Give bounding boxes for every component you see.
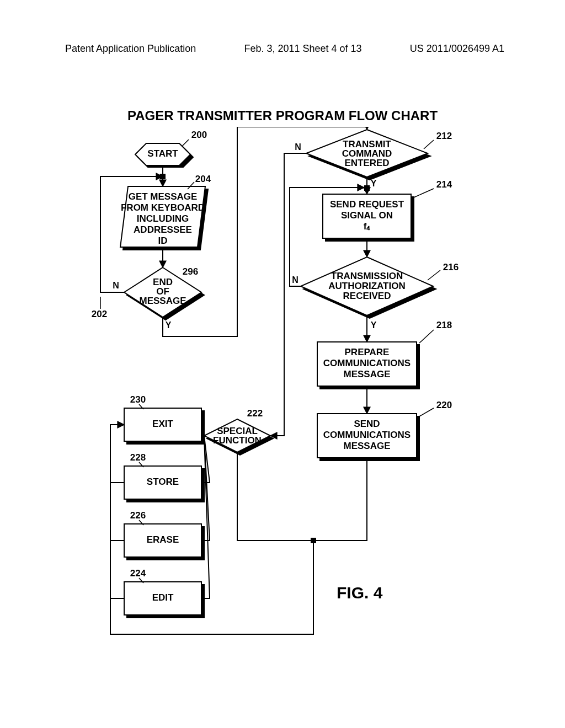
sendreq-l3: f₄ xyxy=(364,221,371,232)
header-right: US 2011/0026499 A1 xyxy=(410,43,504,55)
transmit-n: N xyxy=(295,142,301,152)
edit-ref: 224 xyxy=(130,568,146,579)
eom-ref2: 202 xyxy=(92,309,107,319)
svg-line-6 xyxy=(428,270,440,280)
auth-y: Y xyxy=(371,320,377,330)
get-message-l2: FROM KEYBOARD xyxy=(121,202,205,213)
send-l1: SEND xyxy=(354,419,380,429)
flowchart: START 200 GET MESSAGE FROM KEYBOARD INCL… xyxy=(66,127,497,667)
header-center: Feb. 3, 2011 Sheet 4 of 13 xyxy=(244,43,361,55)
exit-ref: 230 xyxy=(130,394,146,405)
send-l2: COMMUNICATIONS xyxy=(323,430,411,440)
prep-l1: PREPARE xyxy=(345,347,390,357)
special-ref: 222 xyxy=(247,408,263,419)
sendreq-l1: SEND REQUEST xyxy=(330,199,404,210)
header-left: Patent Application Publication xyxy=(65,43,196,55)
prep-ref: 218 xyxy=(436,320,452,330)
erase-label: ERASE xyxy=(147,534,179,545)
store-label: STORE xyxy=(147,477,179,487)
store-ref: 228 xyxy=(130,452,146,463)
figure-label: FIG. 4 xyxy=(337,584,383,602)
start-label: START xyxy=(147,148,178,159)
auth-n: N xyxy=(292,275,299,285)
page: Patent Application Publication Feb. 3, 2… xyxy=(0,0,565,728)
special-l2: FUNCTION xyxy=(213,435,262,446)
svg-line-10 xyxy=(419,408,434,416)
send-l3: MESSAGE xyxy=(343,441,390,451)
auth-l3: RECEIVED xyxy=(343,291,391,301)
svg-line-3 xyxy=(424,140,434,149)
auth-ref: 216 xyxy=(443,262,459,272)
svg-line-0 xyxy=(182,140,189,146)
get-message-l4: ADDRESSEE xyxy=(134,224,192,235)
auth-l1: TRANSMISSION xyxy=(331,271,403,281)
get-message-l1: GET MESSAGE xyxy=(129,191,198,202)
auth-l2: AUTHORIZATION xyxy=(328,281,405,291)
svg-line-5 xyxy=(414,189,434,197)
eom-ref: 296 xyxy=(183,266,198,277)
get-message-l3: INCLUDING xyxy=(137,213,189,224)
exit-label: EXIT xyxy=(152,419,173,429)
svg-rect-23 xyxy=(364,185,370,191)
diagram-title: PAGER TRANSMITTER PROGRAM FLOW CHART xyxy=(0,108,565,124)
prep-l2: COMMUNICATIONS xyxy=(323,358,411,368)
transmit-l3: ENTERED xyxy=(344,158,389,168)
get-message-l5: ID xyxy=(158,235,168,246)
svg-line-8 xyxy=(419,330,434,343)
eom-n: N xyxy=(113,281,119,290)
erase-ref: 226 xyxy=(130,510,146,521)
sendreq-ref: 214 xyxy=(436,179,452,190)
transmit-ref: 212 xyxy=(436,131,452,141)
sendreq-l2: SIGNAL ON xyxy=(341,210,393,221)
edit-label: EDIT xyxy=(152,592,174,603)
start-ref: 200 xyxy=(191,130,207,140)
page-header: Patent Application Publication Feb. 3, 2… xyxy=(0,43,565,55)
eom-l3: MESSAGE xyxy=(139,296,186,306)
get-message-ref: 204 xyxy=(195,174,211,184)
send-ref: 220 xyxy=(436,400,452,410)
svg-rect-21 xyxy=(160,174,166,179)
transmit-y: Y xyxy=(371,179,377,188)
prep-l3: MESSAGE xyxy=(343,369,390,379)
eom-y: Y xyxy=(166,320,172,330)
